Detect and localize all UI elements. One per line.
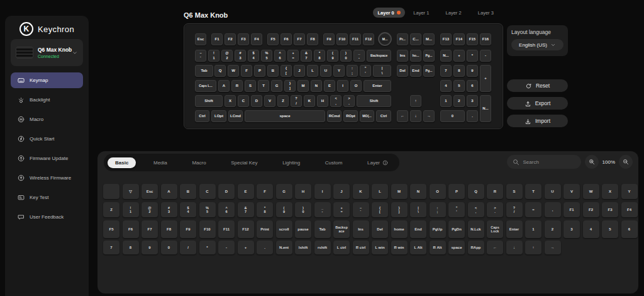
tab-macro[interactable]: Macro bbox=[184, 157, 213, 168]
knob-key[interactable]: M... bbox=[378, 32, 392, 46]
keyboard-key[interactable]: space bbox=[245, 110, 325, 122]
picker-key[interactable]: H bbox=[295, 184, 311, 199]
keyboard-key[interactable]: Tab bbox=[195, 65, 213, 77]
tab-lighting[interactable]: Lighting bbox=[275, 157, 308, 168]
keyboard-key[interactable]: ↑ bbox=[410, 95, 421, 107]
keyboard-key[interactable]: % 5 bbox=[261, 50, 272, 62]
keyboard-key[interactable]: 0 bbox=[440, 110, 465, 122]
keyboard-key[interactable]: ! 1 bbox=[208, 50, 219, 62]
keyboard-key[interactable]: ← bbox=[397, 110, 408, 122]
keyboard-key[interactable]: ^ 6 bbox=[274, 50, 286, 62]
keyboard-key[interactable]: M... bbox=[423, 33, 435, 45]
keyboard-key[interactable]: R bbox=[231, 80, 243, 92]
tab-special-key[interactable]: Special Key bbox=[223, 157, 265, 168]
picker-key[interactable]: S bbox=[506, 184, 523, 199]
keyboard-key[interactable]: Z bbox=[277, 95, 289, 107]
sidebar-item-keymap[interactable]: Keymap bbox=[11, 72, 83, 88]
picker-key[interactable]: C bbox=[199, 184, 216, 199]
picker-key[interactable]: 1 bbox=[525, 220, 541, 238]
picker-key[interactable]: F11 bbox=[218, 220, 235, 238]
keyboard-key[interactable]: A bbox=[218, 80, 230, 92]
picker-key[interactable]: ↑ bbox=[525, 241, 541, 254]
picker-key[interactable]: PgDn bbox=[448, 220, 465, 238]
picker-key[interactable]: scroll bbox=[276, 220, 292, 238]
sidebar-item-user-feedback[interactable]: User Feedback bbox=[11, 209, 83, 225]
keyboard-key[interactable]: Q bbox=[214, 65, 226, 77]
sidebar-item-key-test[interactable]: Key Test bbox=[11, 190, 83, 205]
picker-key[interactable]: . bbox=[257, 241, 273, 254]
picker-key[interactable]: Caps Lock bbox=[487, 220, 503, 238]
picker-key[interactable]: 7 bbox=[103, 241, 119, 254]
picker-key[interactable]: 5 bbox=[602, 220, 618, 238]
sidebar-item-backlight[interactable]: Backlight bbox=[11, 92, 83, 108]
picker-key[interactable]: M bbox=[391, 184, 408, 199]
picker-key[interactable]: T bbox=[525, 184, 541, 199]
tab-basic[interactable]: Basic bbox=[108, 157, 136, 168]
keyboard-key[interactable]: N bbox=[311, 80, 322, 92]
keyboard-key[interactable]: | \ bbox=[373, 65, 391, 77]
picker-key[interactable]: Backsp ace bbox=[333, 220, 350, 238]
keyboard-key[interactable]: ROpt bbox=[343, 110, 358, 122]
keyboard-key[interactable]: Pr... bbox=[397, 33, 408, 45]
keyboard-key[interactable]: Pg... bbox=[423, 65, 435, 77]
picker-key[interactable]: + = bbox=[333, 202, 350, 217]
picker-key[interactable]: RApp bbox=[468, 241, 484, 254]
keyboard-key[interactable]: & 7 bbox=[301, 50, 312, 62]
picker-key[interactable]: F4 bbox=[621, 202, 638, 217]
zoom-out-button[interactable] bbox=[619, 155, 633, 169]
keyboard-key[interactable]: H bbox=[317, 95, 328, 107]
keyboard-key[interactable]: T bbox=[258, 80, 269, 92]
picker-key[interactable]: $ 4 bbox=[180, 202, 196, 217]
picker-key[interactable]: P bbox=[448, 184, 465, 199]
picker-key[interactable]: → bbox=[545, 241, 561, 254]
picker-key[interactable]: L Alt bbox=[410, 241, 426, 254]
picker-key[interactable]: : ; bbox=[430, 202, 446, 217]
layer-tab-1[interactable]: Layer 1 bbox=[405, 8, 437, 18]
keyboard-key[interactable]: X bbox=[225, 95, 236, 107]
keyboard-key[interactable]: F13 bbox=[440, 33, 452, 45]
picker-key[interactable]: I bbox=[314, 184, 331, 199]
picker-key[interactable]: F8 bbox=[161, 220, 177, 238]
picker-key[interactable]: @ 2 bbox=[142, 202, 158, 217]
keyboard-key[interactable]: F1 bbox=[211, 33, 223, 45]
keyboard-key[interactable]: > . bbox=[343, 95, 355, 107]
picker-key[interactable]: R win bbox=[391, 241, 408, 254]
keyboard-key[interactable]: Ins bbox=[397, 50, 408, 62]
keyboard-key[interactable]: LOpt bbox=[211, 110, 226, 122]
keyboard-key[interactable]: + bbox=[480, 65, 491, 92]
keyboard-key[interactable]: J bbox=[294, 65, 305, 77]
tab-layer[interactable]: Layer bbox=[360, 157, 396, 168]
keyboard-key[interactable]: B bbox=[267, 65, 279, 77]
picker-key[interactable]: < , bbox=[468, 202, 484, 217]
picker-key[interactable]: Del bbox=[372, 220, 388, 238]
keyboard-key[interactable]: Ctrl bbox=[376, 110, 391, 122]
zoom-in-button[interactable] bbox=[585, 155, 599, 169]
picker-key[interactable]: X bbox=[602, 184, 618, 199]
picker-key[interactable]: F1 bbox=[564, 202, 580, 217]
picker-key[interactable]: R bbox=[487, 184, 503, 199]
picker-key[interactable]: F9 bbox=[180, 220, 196, 238]
picker-key[interactable]: * bbox=[199, 241, 216, 254]
picker-key[interactable]: F5 bbox=[103, 220, 119, 238]
picker-key[interactable]: V bbox=[564, 184, 580, 199]
keyboard-key[interactable]: N... bbox=[480, 95, 491, 122]
keyboard-key[interactable]: * 8 bbox=[314, 50, 325, 62]
keyboard-key[interactable]: K bbox=[304, 95, 315, 107]
picker-key[interactable]: F12 bbox=[238, 220, 254, 238]
keyboard-key[interactable]: F12 bbox=[363, 33, 374, 45]
keyboard-key[interactable]: I bbox=[337, 80, 348, 92]
keyboard-key[interactable]: # 3 bbox=[235, 50, 246, 62]
keyboard-key[interactable]: C... bbox=[410, 33, 421, 45]
keyboard-key[interactable]: E bbox=[324, 80, 335, 92]
keyboard-key[interactable]: ) 0 bbox=[340, 50, 352, 62]
keyboard-key[interactable]: Shift bbox=[195, 95, 223, 107]
keyboard-key[interactable]: 3 bbox=[467, 95, 478, 107]
keyboard-key[interactable]: < , bbox=[330, 95, 341, 107]
keyboard-key[interactable]: RCmd bbox=[327, 110, 341, 122]
keyboard-key[interactable]: F10 bbox=[336, 33, 348, 45]
picker-key[interactable]: } ] bbox=[391, 202, 408, 217]
picker-key[interactable]: K bbox=[353, 184, 369, 199]
keyboard-key[interactable]: F4 bbox=[251, 33, 262, 45]
keyboard-key[interactable]: 2 bbox=[453, 95, 465, 107]
keyboard-key[interactable]: → bbox=[423, 110, 435, 122]
